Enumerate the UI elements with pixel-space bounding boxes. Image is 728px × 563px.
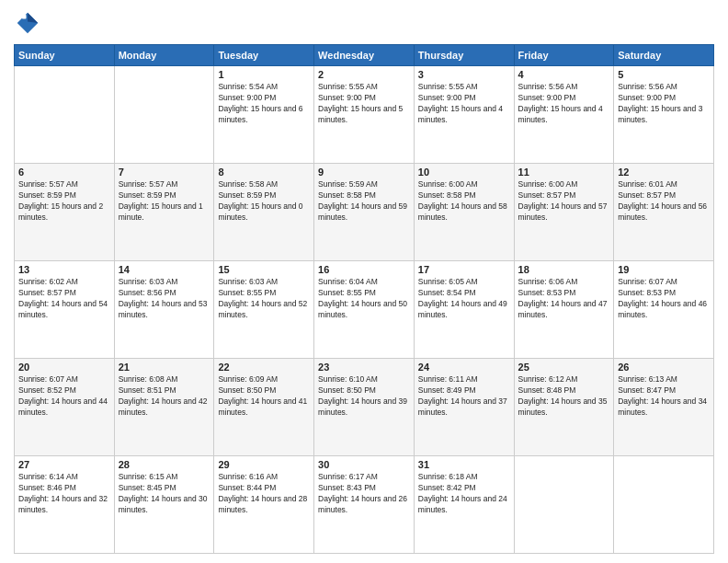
- day-number: 27: [18, 459, 110, 470]
- day-number: 1: [218, 69, 310, 80]
- week-row-3: 13Sunrise: 6:02 AM Sunset: 8:57 PM Dayli…: [15, 261, 714, 359]
- header: [14, 9, 714, 37]
- calendar-cell: 2Sunrise: 5:55 AM Sunset: 9:00 PM Daylig…: [314, 66, 415, 164]
- day-info: Sunrise: 6:03 AM Sunset: 8:56 PM Dayligh…: [119, 277, 210, 321]
- day-number: 18: [518, 264, 610, 275]
- calendar-cell: 17Sunrise: 6:05 AM Sunset: 8:54 PM Dayli…: [414, 261, 514, 359]
- week-row-1: 1Sunrise: 5:54 AM Sunset: 9:00 PM Daylig…: [15, 66, 714, 164]
- calendar-cell: [614, 456, 714, 554]
- day-number: 17: [418, 264, 510, 275]
- calendar-cell: 12Sunrise: 6:01 AM Sunset: 8:57 PM Dayli…: [614, 164, 714, 261]
- day-info: Sunrise: 5:56 AM Sunset: 9:00 PM Dayligh…: [618, 82, 710, 126]
- calendar-cell: 10Sunrise: 6:00 AM Sunset: 8:58 PM Dayli…: [414, 164, 514, 261]
- calendar-cell: 31Sunrise: 6:18 AM Sunset: 8:42 PM Dayli…: [414, 456, 514, 554]
- day-info: Sunrise: 6:02 AM Sunset: 8:57 PM Dayligh…: [18, 277, 110, 321]
- day-number: 26: [618, 362, 710, 373]
- day-header-saturday: Saturday: [614, 45, 714, 66]
- day-number: 22: [218, 362, 310, 373]
- day-info: Sunrise: 6:10 AM Sunset: 8:50 PM Dayligh…: [318, 374, 410, 419]
- day-info: Sunrise: 6:18 AM Sunset: 8:42 PM Dayligh…: [418, 472, 510, 516]
- calendar-table: SundayMondayTuesdayWednesdayThursdayFrid…: [14, 44, 714, 554]
- calendar-cell: 24Sunrise: 6:11 AM Sunset: 8:49 PM Dayli…: [414, 359, 514, 456]
- day-info: Sunrise: 6:03 AM Sunset: 8:55 PM Dayligh…: [218, 277, 310, 321]
- calendar-cell: 26Sunrise: 6:13 AM Sunset: 8:47 PM Dayli…: [614, 359, 714, 456]
- calendar-cell: 3Sunrise: 5:55 AM Sunset: 9:00 PM Daylig…: [414, 66, 514, 164]
- day-header-monday: Monday: [114, 45, 214, 66]
- week-row-4: 20Sunrise: 6:07 AM Sunset: 8:52 PM Dayli…: [15, 359, 714, 456]
- day-number: 15: [218, 264, 310, 275]
- day-header-friday: Friday: [514, 45, 614, 66]
- day-number: 31: [418, 459, 510, 470]
- day-info: Sunrise: 5:59 AM Sunset: 8:58 PM Dayligh…: [318, 179, 410, 224]
- svg-marker-1: [28, 13, 38, 23]
- day-number: 7: [119, 167, 210, 178]
- day-number: 10: [418, 167, 510, 178]
- calendar-cell: 15Sunrise: 6:03 AM Sunset: 8:55 PM Dayli…: [214, 261, 314, 359]
- calendar-cell: [114, 66, 214, 164]
- day-info: Sunrise: 6:12 AM Sunset: 8:48 PM Dayligh…: [518, 374, 610, 419]
- day-info: Sunrise: 6:15 AM Sunset: 8:45 PM Dayligh…: [119, 472, 210, 516]
- calendar-cell: 6Sunrise: 5:57 AM Sunset: 8:59 PM Daylig…: [15, 164, 115, 261]
- day-number: 11: [518, 167, 610, 178]
- calendar-cell: 27Sunrise: 6:14 AM Sunset: 8:46 PM Dayli…: [15, 456, 115, 554]
- day-number: 25: [518, 362, 610, 373]
- day-info: Sunrise: 5:55 AM Sunset: 9:00 PM Dayligh…: [318, 82, 410, 126]
- calendar-cell: [514, 456, 614, 554]
- day-number: 21: [119, 362, 210, 373]
- day-info: Sunrise: 6:07 AM Sunset: 8:52 PM Dayligh…: [18, 374, 110, 419]
- day-header-wednesday: Wednesday: [314, 45, 415, 66]
- page: SundayMondayTuesdayWednesdayThursdayFrid…: [0, 0, 728, 563]
- day-info: Sunrise: 5:56 AM Sunset: 9:00 PM Dayligh…: [518, 82, 610, 126]
- day-number: 2: [318, 69, 410, 80]
- week-row-5: 27Sunrise: 6:14 AM Sunset: 8:46 PM Dayli…: [15, 456, 714, 554]
- calendar-cell: 11Sunrise: 6:00 AM Sunset: 8:57 PM Dayli…: [514, 164, 614, 261]
- calendar-cell: [15, 66, 115, 164]
- day-number: 28: [119, 459, 210, 470]
- day-number: 24: [418, 362, 510, 373]
- day-number: 9: [318, 167, 410, 178]
- day-info: Sunrise: 5:57 AM Sunset: 8:59 PM Dayligh…: [119, 179, 210, 224]
- calendar-cell: 1Sunrise: 5:54 AM Sunset: 9:00 PM Daylig…: [214, 66, 314, 164]
- day-header-tuesday: Tuesday: [214, 45, 314, 66]
- day-info: Sunrise: 6:16 AM Sunset: 8:44 PM Dayligh…: [218, 472, 310, 516]
- day-number: 12: [618, 167, 710, 178]
- calendar-cell: 14Sunrise: 6:03 AM Sunset: 8:56 PM Dayli…: [114, 261, 214, 359]
- day-number: 19: [618, 264, 710, 275]
- day-number: 29: [218, 459, 310, 470]
- calendar-cell: 16Sunrise: 6:04 AM Sunset: 8:55 PM Dayli…: [314, 261, 415, 359]
- calendar-cell: 9Sunrise: 5:59 AM Sunset: 8:58 PM Daylig…: [314, 164, 415, 261]
- calendar-cell: 13Sunrise: 6:02 AM Sunset: 8:57 PM Dayli…: [15, 261, 115, 359]
- day-number: 14: [119, 264, 210, 275]
- day-number: 5: [618, 69, 710, 80]
- calendar-cell: 18Sunrise: 6:06 AM Sunset: 8:53 PM Dayli…: [514, 261, 614, 359]
- logo: [14, 9, 45, 37]
- day-number: 3: [418, 69, 510, 80]
- day-info: Sunrise: 6:04 AM Sunset: 8:55 PM Dayligh…: [318, 277, 410, 321]
- day-number: 20: [18, 362, 110, 373]
- day-number: 13: [18, 264, 110, 275]
- logo-icon: [14, 9, 41, 37]
- calendar-cell: 21Sunrise: 6:08 AM Sunset: 8:51 PM Dayli…: [114, 359, 214, 456]
- day-info: Sunrise: 5:55 AM Sunset: 9:00 PM Dayligh…: [418, 82, 510, 126]
- calendar-cell: 19Sunrise: 6:07 AM Sunset: 8:53 PM Dayli…: [614, 261, 714, 359]
- day-number: 8: [218, 167, 310, 178]
- calendar-cell: 29Sunrise: 6:16 AM Sunset: 8:44 PM Dayli…: [214, 456, 314, 554]
- day-number: 4: [518, 69, 610, 80]
- day-info: Sunrise: 6:17 AM Sunset: 8:43 PM Dayligh…: [318, 472, 410, 516]
- day-info: Sunrise: 6:00 AM Sunset: 8:57 PM Dayligh…: [518, 179, 610, 224]
- day-info: Sunrise: 6:05 AM Sunset: 8:54 PM Dayligh…: [418, 277, 510, 321]
- day-info: Sunrise: 6:09 AM Sunset: 8:50 PM Dayligh…: [218, 374, 310, 419]
- calendar-cell: 23Sunrise: 6:10 AM Sunset: 8:50 PM Dayli…: [314, 359, 415, 456]
- day-info: Sunrise: 5:54 AM Sunset: 9:00 PM Dayligh…: [218, 82, 310, 126]
- calendar-header-row: SundayMondayTuesdayWednesdayThursdayFrid…: [15, 45, 714, 66]
- day-info: Sunrise: 6:08 AM Sunset: 8:51 PM Dayligh…: [119, 374, 210, 419]
- calendar-cell: 28Sunrise: 6:15 AM Sunset: 8:45 PM Dayli…: [114, 456, 214, 554]
- day-info: Sunrise: 6:06 AM Sunset: 8:53 PM Dayligh…: [518, 277, 610, 321]
- calendar-cell: 22Sunrise: 6:09 AM Sunset: 8:50 PM Dayli…: [214, 359, 314, 456]
- day-number: 23: [318, 362, 410, 373]
- day-number: 6: [18, 167, 110, 178]
- day-info: Sunrise: 6:14 AM Sunset: 8:46 PM Dayligh…: [18, 472, 110, 516]
- week-row-2: 6Sunrise: 5:57 AM Sunset: 8:59 PM Daylig…: [15, 164, 714, 261]
- calendar-cell: 4Sunrise: 5:56 AM Sunset: 9:00 PM Daylig…: [514, 66, 614, 164]
- calendar-cell: 5Sunrise: 5:56 AM Sunset: 9:00 PM Daylig…: [614, 66, 714, 164]
